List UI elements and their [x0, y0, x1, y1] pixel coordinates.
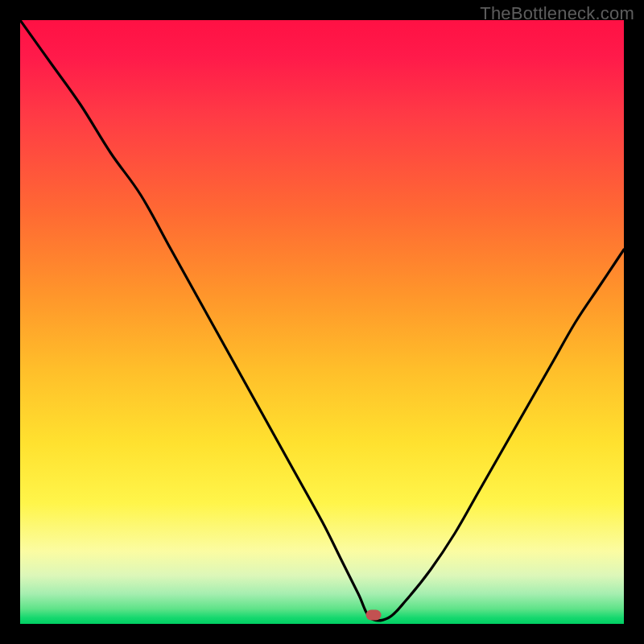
watermark-text: TheBottleneck.com: [480, 3, 634, 24]
bottleneck-curve: [20, 20, 624, 624]
plot-area: [20, 20, 624, 624]
minimum-marker: [365, 609, 381, 620]
chart-frame: TheBottleneck.com: [0, 0, 644, 644]
